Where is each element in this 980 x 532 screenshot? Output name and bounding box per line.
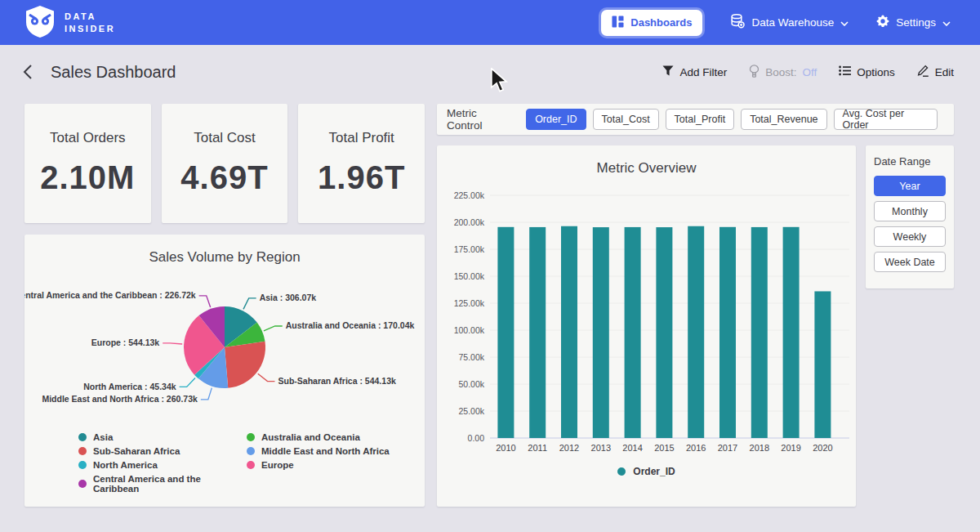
bar-2011[interactable] [529, 227, 546, 438]
bar-chart-title: Metric Overview [437, 160, 856, 177]
pie-label-north-america: North America : 45.34k [83, 382, 176, 391]
svg-text:25.00k: 25.00k [458, 406, 484, 416]
nav-item-settings[interactable]: Settings [876, 15, 951, 30]
options-label: Options [857, 66, 895, 78]
kpi-value: 4.69T [180, 159, 268, 196]
dashboard-toolbar: Add Filter Boost: Off [662, 65, 954, 80]
legend-dot [78, 480, 87, 488]
pie-chart-legend: AsiaAustralia and OceaniaSub-Saharan Afr… [24, 432, 425, 494]
svg-text:2015: 2015 [654, 443, 674, 453]
legend-item-sub-saharan-africa[interactable]: Sub-Saharan Africa [78, 446, 247, 456]
metric-control-buttons: Order_IDTotal_CostTotal_ProfitTotal_Reve… [526, 109, 944, 130]
add-filter-button[interactable]: Add Filter [662, 65, 727, 78]
legend-dot [247, 461, 255, 469]
bar-2016[interactable] [688, 226, 704, 438]
pie-label-central-america-and-the-caribbean: Central America and the Caribbean : 226.… [24, 290, 196, 300]
svg-text:2020: 2020 [813, 443, 832, 453]
legend-item-europe[interactable]: Europe [247, 460, 425, 470]
svg-text:125.00k: 125.00k [454, 298, 485, 308]
kpi-value: 2.10M [40, 159, 135, 196]
bar-2020[interactable] [814, 291, 831, 438]
metric-button-total-revenue[interactable]: Total_Revenue [741, 109, 826, 130]
top-nav: DATA INSIDER Dashboards [0, 0, 980, 45]
pie-label-middle-east-and-north-africa: Middle East and North Africa : 260.73k [42, 394, 198, 404]
pie-chart-title: Sales Volume by Region [24, 249, 425, 266]
nav-menu: Dashboards Data Warehouse [601, 10, 951, 36]
legend-label: Australia and Oceania [261, 432, 360, 442]
bar-2015[interactable] [656, 227, 672, 438]
svg-text:2017: 2017 [718, 443, 737, 453]
legend-item-asia[interactable]: Asia [78, 432, 247, 442]
legend-dot [617, 467, 626, 476]
sales-dashboard-app: DATA INSIDER Dashboards [0, 0, 980, 532]
brand-logo[interactable]: DATA INSIDER [24, 5, 115, 41]
date-range-buttons: YearMonthlyWeeklyWeek Date [874, 176, 946, 272]
metric-control-label: Metric Control [447, 107, 514, 132]
pie-label-sub-saharan-africa: Sub-Saharan Africa : 544.13k [278, 376, 395, 386]
bar-2010[interactable] [497, 227, 514, 438]
svg-text:200.00k: 200.00k [454, 217, 485, 227]
database-icon [730, 14, 745, 31]
bar-2012[interactable] [561, 226, 577, 438]
date-range-button-weekly[interactable]: Weekly [874, 226, 946, 247]
edit-label: Edit [935, 66, 954, 78]
kpi-label: Total Profit [329, 130, 394, 146]
svg-text:150.00k: 150.00k [454, 271, 485, 281]
metric-button-avg-cost-per-order[interactable]: Avg. Cost per Order [834, 109, 938, 130]
chevron-left-icon [23, 64, 33, 80]
kpi-label: Total Orders [50, 130, 126, 146]
legend-item-north-america[interactable]: North America [78, 460, 247, 470]
pencil-icon [917, 65, 929, 79]
legend-series-label: Order_ID [633, 466, 675, 477]
nav-data-warehouse-label: Data Warehouse [751, 16, 834, 29]
legend-dot [78, 447, 87, 455]
svg-text:2016: 2016 [686, 443, 706, 453]
metric-button-total-cost[interactable]: Total_Cost [593, 109, 659, 130]
svg-text:2018: 2018 [750, 443, 769, 453]
kpi-label: Total Cost [194, 130, 256, 146]
metric-button-order-id[interactable]: Order_ID [526, 109, 586, 130]
legend-dot [78, 461, 87, 469]
pie-label-europe: Europe : 544.13k [91, 338, 160, 347]
svg-text:2013: 2013 [591, 443, 611, 453]
legend-item-australia-and-oceania[interactable]: Australia and Oceania [247, 432, 425, 442]
bar-2014[interactable] [625, 227, 641, 438]
svg-text:2012: 2012 [559, 443, 579, 453]
edit-button[interactable]: Edit [917, 65, 954, 79]
legend-item-middle-east-and-north-africa[interactable]: Middle East and North Africa [247, 446, 425, 456]
date-range-button-monthly[interactable]: Monthly [874, 201, 946, 221]
bar-2018[interactable] [751, 227, 768, 438]
pie-chart: Asia : 306.07kAustralia and Oceania : 17… [24, 266, 425, 426]
nav-item-data-warehouse[interactable]: Data Warehouse [730, 14, 849, 31]
boost-value: Off [802, 66, 817, 78]
nav-dashboards-label: Dashboards [630, 16, 692, 29]
back-button[interactable] [23, 64, 33, 80]
svg-text:2014: 2014 [622, 443, 642, 453]
legend-item-central-america-and-the-caribbean[interactable]: Central America and the Caribbean [78, 474, 247, 494]
gear-icon [876, 15, 889, 30]
boost-toggle[interactable]: Boost: Off [749, 65, 817, 80]
metric-control-card: Metric Control Order_IDTotal_CostTotal_P… [437, 104, 954, 135]
date-range-card: Date Range YearMonthlyWeeklyWeek Date [866, 145, 954, 288]
pie-label-australia-and-oceania: Australia and Oceania : 170.04k [286, 320, 415, 330]
kpi-row: Total Orders2.10MTotal Cost4.69TTotal Pr… [24, 104, 425, 223]
metric-overview-card: Metric Overview 0.0025.00k50.00k75.00k10… [437, 145, 856, 507]
date-range-button-year[interactable]: Year [874, 176, 946, 196]
svg-text:0.00: 0.00 [468, 433, 485, 443]
bar-2013[interactable] [593, 227, 609, 438]
bar-chart-legend[interactable]: Order_ID [437, 466, 856, 477]
metric-button-total-profit[interactable]: Total_Profit [666, 109, 735, 130]
pie-slice-sub-saharan-africa[interactable] [225, 342, 265, 388]
svg-text:100.00k: 100.00k [454, 325, 485, 335]
bar-2017[interactable] [719, 227, 736, 438]
date-range-label: Date Range [874, 155, 946, 168]
bar-2019[interactable] [783, 227, 800, 438]
svg-text:2010: 2010 [496, 443, 515, 453]
list-icon [839, 65, 851, 78]
options-button[interactable]: Options [839, 65, 895, 78]
legend-label: Sub-Saharan Africa [93, 446, 180, 456]
date-range-button-week-date[interactable]: Week Date [874, 252, 946, 272]
svg-text:50.00k: 50.00k [458, 379, 484, 389]
dashboards-grid-icon [612, 16, 624, 30]
nav-item-dashboards[interactable]: Dashboards [601, 10, 702, 36]
